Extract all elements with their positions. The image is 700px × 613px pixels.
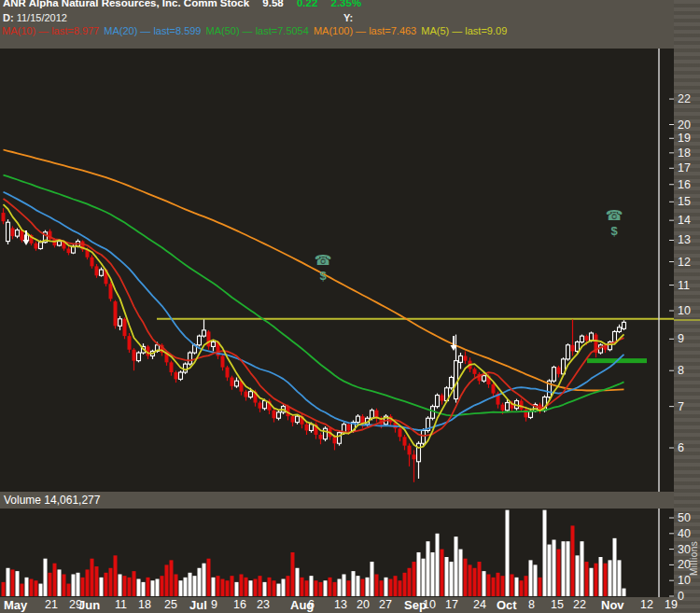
volume-bar [212,578,216,596]
x-axis-label: 6 [308,598,315,611]
volume-bar [58,569,62,596]
candle-body-down [128,336,132,350]
volume-bar [235,582,239,596]
volume-bar [21,584,24,596]
candle-body-down [464,355,468,360]
price-axis-label: 14 [678,214,691,227]
candle-body-up [483,376,486,382]
volume-bar [501,576,505,596]
volume-bar [249,580,253,596]
candle-body-down [413,454,416,459]
price-axis-label: 9 [678,332,684,345]
candle-body-down [403,437,407,445]
candle-body-down [109,284,113,299]
candle-body-up [371,411,374,418]
volume-bar [529,560,533,596]
volume-chart-canvas[interactable] [0,509,674,597]
candle-body-up [567,345,570,359]
volume-bar [511,574,514,596]
price-chart[interactable]: ☎$☎$ [0,49,674,492]
volume-bar [16,571,20,596]
x-axis-label-month: May [4,598,27,612]
candle-body-up [119,319,122,327]
candle-body-up [613,331,617,341]
ma-line-10 [4,199,624,436]
volume-bar [609,560,612,596]
volume-bar [198,568,202,596]
candle-body-up [184,364,188,372]
volume-bar [142,582,146,596]
volume-bar [11,569,15,596]
x-axis-label: 16 [233,598,246,611]
legend-item-ma10: MA(10) — last=8.977 [2,25,99,36]
candle-body-down [221,355,225,367]
volume-bar [483,571,486,596]
volume-bar [371,562,374,596]
volume-bar [179,580,183,596]
volume-bar [95,566,99,596]
price-chart-canvas[interactable]: ☎$☎$ [0,49,674,492]
volume-bar [441,550,444,596]
volume-bar [469,564,472,596]
candle-body-down [207,331,211,346]
volume-bar [221,579,225,596]
candle-body-up [263,401,267,409]
candles-layer [2,208,626,482]
price-axis-label: 19 [678,132,691,145]
volume-bar [562,541,566,596]
candle-body-down [67,248,71,253]
candle-body-down [170,362,174,372]
x-axis-label: 27 [379,598,392,611]
volume-bar [585,562,589,596]
price-axis-label: 12 [678,256,691,269]
candle-body-down [114,301,118,326]
volume-bar [67,584,71,596]
volume-bar [571,525,575,596]
candle-body-down [408,446,412,455]
volume-bar [338,579,342,596]
candle-body-down [2,213,6,221]
candle-body-up [39,243,43,249]
candle-body-up [249,392,253,397]
x-axis-label: 9 [211,598,217,611]
volume-bar [464,559,468,596]
volume-bar [263,582,267,596]
volume-bar [193,576,197,596]
volume-bar [520,580,524,596]
price-axis-label: 17 [678,161,691,174]
volume-bar [189,573,192,596]
volume-bar [226,580,230,596]
candle-body-down [95,266,99,275]
volume-bar [343,574,346,596]
volume-bar [399,580,402,596]
volume-bar [137,579,141,596]
volume-bar [366,578,370,596]
candle-body-up [16,230,20,236]
volume-bar [305,580,309,596]
ma-line-20 [4,192,624,430]
volume-bar [2,582,6,596]
volume-bar [315,580,318,596]
price-axis-label: 7 [678,400,684,413]
candle-body-down [441,396,444,401]
x-axis-label: 11 [115,598,127,611]
candle-body-up [431,407,435,419]
price-axis-label: 22 [678,92,691,105]
candle-body-up [506,403,510,411]
volume-bar [417,552,421,596]
symbol-title: ANR Alpha Natural Resources, Inc. Comm S… [3,0,249,8]
candle-body-up [357,416,360,422]
volume-bar [445,557,449,596]
volume-bar [590,568,594,596]
volume-bar [156,579,160,596]
volume-bar [35,580,38,596]
candle-body-up [100,270,104,275]
volume-bar [548,545,552,596]
volume-bar [329,578,332,596]
period-prefix: D: [3,12,14,23]
volume-bar [240,574,244,596]
candle-body-down [91,258,94,267]
candle-body-up [235,381,239,386]
volume-bar [319,582,323,596]
volume-chart[interactable] [0,509,674,597]
